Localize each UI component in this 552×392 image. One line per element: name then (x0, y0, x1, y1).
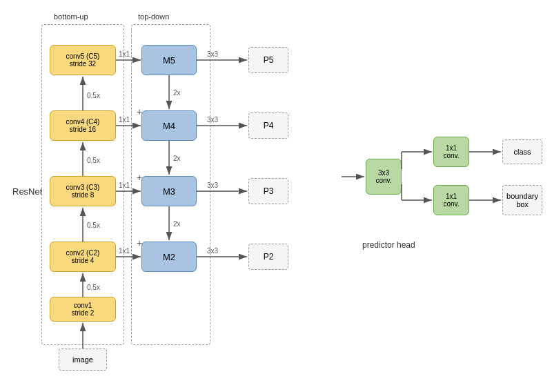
p3-node: P3 (248, 178, 288, 204)
conv3x3-node: 3x3 conv. (366, 159, 402, 195)
bottom-up-label: bottom-up (54, 12, 88, 21)
conv5-node: conv5 (C5) stride 32 (50, 45, 116, 75)
p2-node: P2 (248, 244, 288, 270)
conv1x1-class-node: 1x1 conv. (433, 137, 469, 167)
conv2-node: conv2 (C2) stride 4 (50, 242, 116, 272)
diagram-container: bottom-up top-down ResNet conv5 (C5) str… (0, 0, 552, 392)
m5-node: M5 (141, 45, 197, 75)
predictor-head-label: predictor head (362, 240, 415, 250)
m3-node: M3 (141, 176, 197, 206)
m2-node: M2 (141, 242, 197, 272)
conv1-node: conv1 stride 2 (50, 297, 116, 322)
p5-node: P5 (248, 47, 288, 73)
image-node: image (59, 349, 107, 371)
resnet-label: ResNet (12, 186, 42, 197)
m4-node: M4 (141, 110, 197, 141)
p4-node: P4 (248, 112, 288, 139)
conv1x1-bbox-node: 1x1 conv. (433, 185, 469, 215)
top-down-label: top-down (138, 12, 169, 21)
bbox-output-node: boundary box (502, 185, 542, 215)
class-output-node: class (502, 139, 542, 164)
conv4-node: conv4 (C4) stride 16 (50, 110, 116, 141)
conv3-node: conv3 (C3) stride 8 (50, 176, 116, 206)
